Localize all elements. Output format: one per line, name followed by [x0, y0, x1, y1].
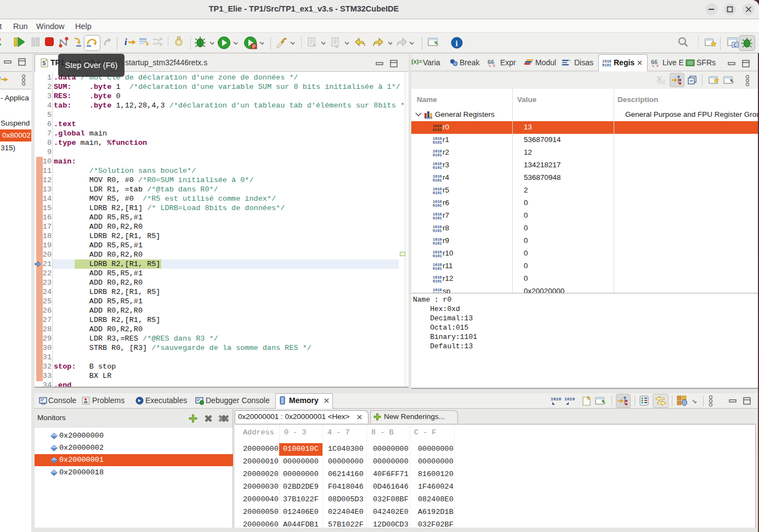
svg-text:i: i: [124, 37, 127, 47]
svg-text:0101: 0101: [433, 241, 442, 246]
svg-text:0101: 0101: [433, 229, 442, 233]
svg-text:0101: 0101: [424, 116, 433, 119]
svg-text:0101: 0101: [433, 166, 442, 170]
svg-text:0101: 0101: [433, 178, 442, 183]
svg-text:x: x: [656, 63, 659, 68]
svg-text:0101: 0101: [433, 128, 442, 132]
svg-text:C: C: [734, 42, 737, 48]
svg-text:i: i: [0, 76, 1, 84]
svg-text:0101: 0101: [433, 140, 442, 145]
svg-text:i: i: [456, 39, 458, 48]
svg-text:0101: 0101: [433, 203, 442, 208]
svg-text:0101: 0101: [602, 63, 611, 67]
svg-text:x: x: [493, 63, 495, 68]
svg-text:S: S: [42, 60, 46, 66]
svg-text:0101: 0101: [433, 216, 442, 220]
svg-text:0101: 0101: [433, 153, 442, 157]
svg-text:0101: 0101: [433, 267, 442, 271]
svg-text:0101: 0101: [433, 254, 442, 258]
svg-text:1010: 1010: [564, 397, 575, 401]
svg-text:1010: 1010: [551, 397, 561, 401]
svg-text:0101: 0101: [433, 279, 442, 284]
svg-text:0101: 0101: [433, 191, 442, 195]
